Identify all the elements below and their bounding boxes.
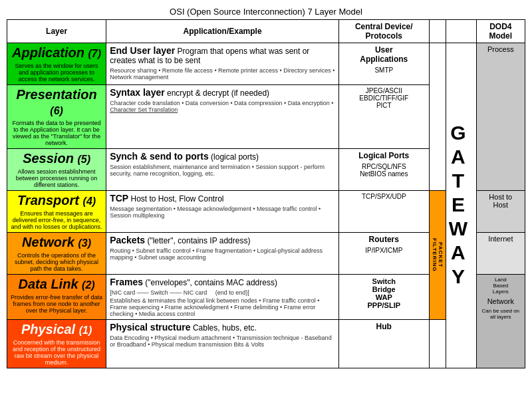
central-network: Routers IP/IPX/ICMP bbox=[339, 233, 429, 275]
layer-number-network: (3) bbox=[78, 237, 92, 249]
layer-number-transport: (4) bbox=[83, 196, 96, 207]
col-header-packet bbox=[429, 20, 446, 43]
layer-number-session: (5) bbox=[77, 154, 90, 165]
layer-name-datalink: Data Link (2) bbox=[11, 277, 102, 292]
layer-row-application: Application (7) Serves as the window for… bbox=[7, 43, 525, 85]
central-name-datalink: SwitchBridgeWAPPPP/SLIP bbox=[342, 277, 425, 309]
layer-cell-physical: Physical (1) Concerned with the transmis… bbox=[7, 320, 106, 368]
packet-filtering-cell: PACKETFILTERING bbox=[429, 191, 446, 320]
central-protocol-network: IP/IPX/ICMP bbox=[342, 247, 425, 254]
layer-desc-datalink: Provides error-free transfer of data fra… bbox=[11, 294, 102, 314]
app-example-presentation: Syntax layer encrypt & decrypt (if neede… bbox=[106, 85, 339, 149]
osi-table: Layer Application/Example Central Device… bbox=[7, 19, 525, 368]
app-detail-network: Routing • Subnet traffic control • Frame… bbox=[110, 247, 335, 261]
central-name-application: UserApplications bbox=[342, 45, 425, 64]
app-detail-physical: Data Encoding • Physical medium attachme… bbox=[110, 335, 335, 348]
layer-desc-application: Serves as the window for users and appli… bbox=[11, 63, 102, 82]
app-detail-datalink2: Establishes & terminates the logical lin… bbox=[110, 297, 335, 317]
gateway-label: GATEWAY bbox=[446, 122, 469, 289]
app-example-datalink: Frames ("envelopes", contains MAC addres… bbox=[106, 275, 339, 320]
central-name-presentation: JPEG/ASCIIEBDIC/TIFF/GIFPICT bbox=[342, 87, 425, 109]
layer-name-application: Application (7) bbox=[11, 45, 102, 61]
central-presentation: JPEG/ASCIIEBDIC/TIFF/GIFPICT bbox=[339, 85, 429, 149]
can-be-used: Can be used on all layers bbox=[480, 308, 521, 320]
central-name-session: Logical Ports bbox=[342, 151, 425, 160]
layer-name-physical: Physical (1) bbox=[11, 322, 102, 337]
page-title: OSI (Open Source Interconnection) 7 Laye… bbox=[7, 7, 525, 17]
app-main-physical: Physical structure Cables, hubs, etc. bbox=[110, 322, 335, 333]
layer-name-presentation: Presentation (6) bbox=[11, 87, 102, 118]
layer-cell-transport: Transport (4) Ensures that messages are … bbox=[7, 191, 106, 233]
central-name-physical: Hub bbox=[342, 322, 425, 331]
app-example-session: Synch & send to ports (logical ports) Se… bbox=[106, 149, 339, 191]
app-main-datalink: Frames ("envelopes", contains MAC addres… bbox=[110, 277, 335, 287]
central-name-network: Routers bbox=[342, 235, 425, 244]
app-example-application: End User layer Program that opens what w… bbox=[106, 43, 339, 85]
layer-name-network: Network (3) bbox=[11, 235, 102, 250]
layer-name-transport: Transport (4) bbox=[11, 193, 102, 208]
app-main-network: Packets ("letter", contains IP address) bbox=[110, 235, 335, 245]
layer-desc-transport: Ensures that messages are delivered erro… bbox=[11, 210, 102, 230]
col-header-gateway bbox=[446, 20, 476, 43]
central-protocol-session: RPC/SQL/NFSNetBIOS names bbox=[342, 163, 425, 178]
app-example-physical: Physical structure Cables, hubs, etc. Da… bbox=[106, 320, 339, 368]
layer-cell-presentation: Presentation (6) Formats the data to be … bbox=[7, 85, 106, 149]
header-row: Layer Application/Example Central Device… bbox=[7, 20, 525, 43]
central-datalink: SwitchBridgeWAPPPP/SLIP bbox=[339, 275, 429, 320]
col-header-central: Central Device/ Protocols bbox=[339, 20, 429, 43]
layer-desc-presentation: Formats the data to be presented to the … bbox=[11, 120, 102, 146]
app-main-application: End User layer Program that opens what w… bbox=[110, 45, 335, 65]
central-session: Logical Ports RPC/SQL/NFSNetBIOS names bbox=[339, 149, 429, 191]
layer-number-presentation: (6) bbox=[50, 105, 63, 116]
col-header-dod: DOD4 Model bbox=[476, 20, 525, 43]
central-application: UserApplications SMTP bbox=[339, 43, 429, 85]
app-detail-presentation: Character code translation • Data conver… bbox=[110, 100, 335, 113]
app-detail-datalink1: [NIC card —— Switch —— NIC card (end to … bbox=[110, 289, 335, 296]
central-protocol-transport: TCP/SPX/UDP bbox=[342, 193, 425, 200]
dod-host: Host toHost bbox=[476, 191, 525, 233]
central-protocol-application: SMTP bbox=[342, 67, 425, 74]
page-container: OSI (Open Source Interconnection) 7 Laye… bbox=[7, 7, 525, 368]
dod-network-label: Network bbox=[480, 297, 521, 305]
dod-network: LandBasedLayers Network Can be used on a… bbox=[476, 275, 525, 368]
layer-number-physical: (1) bbox=[79, 325, 92, 336]
central-transport: TCP/SPX/UDP bbox=[339, 191, 429, 233]
layer-cell-datalink: Data Link (2) Provides error-free transf… bbox=[7, 275, 106, 320]
dod-internet: Internet bbox=[476, 233, 525, 275]
packet-cell-top bbox=[429, 43, 446, 191]
app-detail-transport: Message segmentation • Message acknowled… bbox=[110, 206, 335, 219]
layer-desc-physical: Concerned with the transmission and rece… bbox=[11, 339, 102, 366]
layer-number-application: (7) bbox=[88, 48, 102, 59]
app-detail-application: Resource sharing • Remote file access • … bbox=[110, 67, 335, 80]
layer-cell-network: Network (3) Controls the operations of t… bbox=[7, 233, 106, 275]
col-header-layer: Layer bbox=[7, 20, 106, 43]
gateway-cell: GATEWAY bbox=[446, 43, 476, 368]
app-example-transport: TCP Host to Host, Flow Control Message s… bbox=[106, 191, 339, 233]
col-header-application: Application/Example bbox=[106, 20, 339, 43]
app-main-transport: TCP Host to Host, Flow Control bbox=[110, 193, 335, 204]
layer-number-datalink: (2) bbox=[82, 279, 95, 291]
layer-desc-session: Allows session establishment between pro… bbox=[11, 168, 102, 188]
layer-name-session: Session (5) bbox=[11, 151, 102, 166]
layer-cell-application: Application (7) Serves as the window for… bbox=[7, 43, 106, 85]
layer-desc-network: Controls the operations of the subnet, d… bbox=[11, 252, 102, 272]
app-detail-session: Session establishment, maintenance and t… bbox=[110, 164, 335, 177]
land-based-label: LandBasedLayers bbox=[480, 277, 521, 295]
app-main-session: Synch & send to ports (logical ports) bbox=[110, 151, 335, 162]
app-main-presentation: Syntax layer encrypt & decrypt (if neede… bbox=[110, 87, 335, 98]
dod-process: Process bbox=[476, 43, 525, 191]
app-example-network: Packets ("letter", contains IP address) … bbox=[106, 233, 339, 275]
central-physical: Hub bbox=[339, 320, 429, 368]
layer-cell-session: Session (5) Allows session establishment… bbox=[7, 149, 106, 191]
packet-empty-physical bbox=[429, 320, 446, 368]
